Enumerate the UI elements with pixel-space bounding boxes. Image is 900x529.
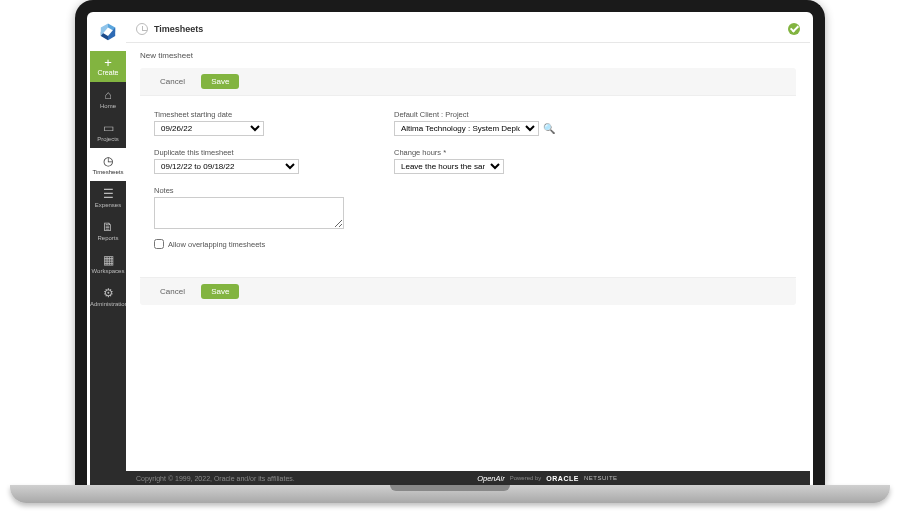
status-badge[interactable] bbox=[788, 23, 800, 35]
expenses-icon: ☰ bbox=[90, 188, 126, 200]
form-column-right: Default Client : Project Altima Technolo… bbox=[394, 106, 644, 249]
sidebar-item-label: Administration bbox=[90, 301, 126, 307]
page-title: Timesheets bbox=[154, 24, 203, 34]
copyright-text: Copyright © 1999, 2022, Oracle and/or it… bbox=[136, 475, 295, 482]
cancel-button-bottom[interactable]: Cancel bbox=[152, 284, 193, 299]
logo-icon bbox=[96, 21, 120, 45]
starting-date-label: Timesheet starting date bbox=[154, 110, 364, 119]
client-project-select[interactable]: Altima Technology : System Deployment - … bbox=[394, 121, 539, 136]
client-label: Default Client : Project bbox=[394, 110, 644, 119]
sidebar-item-administration[interactable]: ⚙ Administration bbox=[90, 280, 126, 313]
form-body: Timesheet starting date 09/26/22 Duplica… bbox=[140, 96, 796, 263]
save-button[interactable]: Save bbox=[201, 74, 239, 89]
search-icon[interactable]: 🔍 bbox=[543, 123, 555, 134]
page-header: Timesheets bbox=[126, 15, 810, 43]
clock-icon bbox=[136, 23, 148, 35]
create-button[interactable]: + Create bbox=[90, 51, 126, 82]
sidebar-item-label: Workspaces bbox=[90, 268, 126, 274]
projects-icon: ▭ bbox=[90, 122, 126, 134]
starting-date-select[interactable]: 09/26/22 bbox=[154, 121, 264, 136]
notes-label: Notes bbox=[154, 186, 364, 195]
sidebar-item-projects[interactable]: ▭ Projects bbox=[90, 115, 126, 148]
sidebar-item-expenses[interactable]: ☰ Expenses bbox=[90, 181, 126, 214]
sidebar-item-reports[interactable]: 🗎 Reports bbox=[90, 214, 126, 247]
create-label: Create bbox=[90, 69, 126, 76]
form-card: Cancel Save Timesheet starting date 09/2… bbox=[140, 68, 796, 263]
sidebar-item-home[interactable]: ⌂ Home bbox=[90, 82, 126, 115]
reports-icon: 🗎 bbox=[90, 221, 126, 233]
change-hours-select[interactable]: Leave the hours the same bbox=[394, 159, 504, 174]
form-card-footer: Cancel Save bbox=[140, 277, 796, 305]
footer: Copyright © 1999, 2022, Oracle and/or it… bbox=[126, 471, 810, 485]
notes-textarea[interactable] bbox=[154, 197, 344, 229]
brand-netsuite: NETSUITE bbox=[584, 475, 618, 481]
sidebar: + Create ⌂ Home ▭ Projects ◷ Timesheets … bbox=[90, 15, 126, 485]
breadcrumb: New timesheet bbox=[126, 43, 810, 68]
cancel-button[interactable]: Cancel bbox=[152, 74, 193, 89]
plus-icon: + bbox=[90, 56, 126, 69]
duplicate-select[interactable]: 09/12/22 to 09/18/22 bbox=[154, 159, 299, 174]
sidebar-item-label: Timesheets bbox=[90, 169, 126, 175]
laptop-base bbox=[10, 485, 890, 503]
sidebar-item-workspaces[interactable]: ▦ Workspaces bbox=[90, 247, 126, 280]
app-logo[interactable] bbox=[90, 15, 126, 51]
app-root: + Create ⌂ Home ▭ Projects ◷ Timesheets … bbox=[90, 15, 810, 485]
workspaces-icon: ▦ bbox=[90, 254, 126, 266]
overlap-checkbox[interactable] bbox=[154, 239, 164, 249]
sidebar-item-label: Projects bbox=[90, 136, 126, 142]
brand-oracle: ORACLE bbox=[546, 475, 579, 482]
powered-by-text: Powered by bbox=[510, 475, 542, 481]
save-button-bottom[interactable]: Save bbox=[201, 284, 239, 299]
clock-icon: ◷ bbox=[90, 155, 126, 167]
sidebar-item-label: Reports bbox=[90, 235, 126, 241]
main-panel: Timesheets New timesheet Cancel Save Tim… bbox=[126, 15, 810, 485]
form-column-left: Timesheet starting date 09/26/22 Duplica… bbox=[154, 106, 364, 249]
sidebar-item-timesheets[interactable]: ◷ Timesheets bbox=[90, 148, 126, 181]
home-icon: ⌂ bbox=[90, 89, 126, 101]
laptop-notch bbox=[390, 485, 510, 491]
laptop-frame: + Create ⌂ Home ▭ Projects ◷ Timesheets … bbox=[75, 0, 825, 485]
overlap-label: Allow overlapping timesheets bbox=[168, 240, 265, 249]
sidebar-item-label: Home bbox=[90, 103, 126, 109]
sidebar-item-label: Expenses bbox=[90, 202, 126, 208]
button-bar-top: Cancel Save bbox=[140, 68, 796, 96]
brand-openair: OpenAir bbox=[477, 474, 505, 483]
duplicate-label: Duplicate this timesheet bbox=[154, 148, 364, 157]
button-bar-bottom: Cancel Save bbox=[140, 277, 796, 305]
gear-icon: ⚙ bbox=[90, 287, 126, 299]
change-hours-label: Change hours * bbox=[394, 148, 644, 157]
